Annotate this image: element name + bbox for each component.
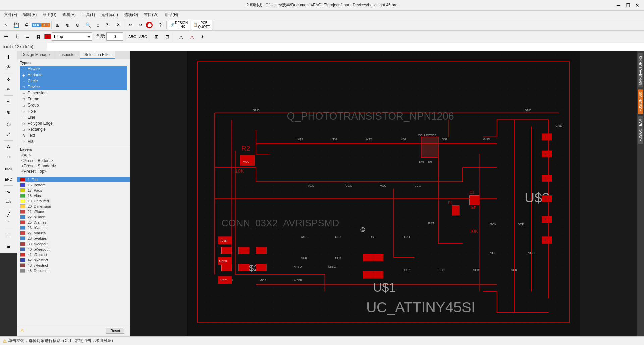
type-attribute[interactable]: ◆ Attribute <box>20 72 127 78</box>
arc-strip-btn[interactable]: ⌒ <box>4 219 13 229</box>
pcb-canvas[interactable]: U$2 CONN_03X2_AVRISPSMD GND R2 10K VCC U… <box>130 51 637 336</box>
move-tool[interactable]: ✛ <box>1 32 11 41</box>
shape-tool[interactable]: △ <box>187 32 197 41</box>
undo-btn[interactable]: ↩ <box>126 20 135 30</box>
preset-top[interactable]: <Preset_Top> <box>20 169 127 174</box>
info-strip-btn[interactable]: ℹ <box>4 52 13 62</box>
layer-21-tplace[interactable]: 21 tPlace <box>17 209 130 214</box>
tab-selection-filter[interactable]: Selection Filter <box>80 51 115 59</box>
grid2-btn[interactable]: ⊡ <box>163 32 172 41</box>
zoom-out[interactable]: ⊖ <box>73 20 83 30</box>
layer-40-bkeepout[interactable]: 40 bKeepout <box>17 247 130 252</box>
layer-27-tvalues[interactable]: 27 tValues <box>17 230 130 236</box>
text-strip-btn[interactable]: A <box>4 142 13 151</box>
type-circle[interactable]: ○ Circle <box>20 78 127 84</box>
restore-button[interactable]: ❐ <box>624 1 632 9</box>
menu-library[interactable]: 元件库(L) <box>98 11 121 18</box>
pcb-quote-btn[interactable]: 📋 PCBQUOTE <box>191 20 212 30</box>
line2-strip-btn[interactable]: ╱ <box>4 209 13 219</box>
design-link-btn[interactable]: 🔗 DESIGNLINK <box>168 20 190 30</box>
layer-28-bvalues[interactable]: 28 bValues <box>17 236 130 241</box>
cross-tool[interactable]: ✶ <box>198 32 207 41</box>
layers-tool[interactable]: ▦ <box>34 32 43 41</box>
layer-39-tkeepout[interactable]: 39 tKeepout <box>17 241 130 247</box>
type-rectangle[interactable]: □ Rectangle <box>20 126 127 132</box>
print-btn[interactable]: 🖨 <box>21 20 31 30</box>
layer-18-vias[interactable]: 18 Vias <box>17 193 130 198</box>
menu-draw[interactable]: 绘图(D) <box>40 11 59 18</box>
drc-strip-btn[interactable]: DRC <box>4 164 13 174</box>
command-input[interactable] <box>47 43 644 51</box>
erc-strip-btn[interactable]: ERC <box>4 175 13 184</box>
line-strip-btn[interactable]: ⟋ <box>4 130 13 139</box>
tab-inspector[interactable]: Inspector <box>55 51 80 59</box>
mirror-text-btn[interactable]: ABC <box>138 32 148 41</box>
display-strip-btn[interactable]: 👁 <box>4 62 13 72</box>
menu-help[interactable]: 帮助(H) <box>162 11 181 18</box>
preset-bottom[interactable]: <Preset_Bottom> <box>20 158 127 163</box>
fusion360-tab[interactable]: FUSION 360 <box>638 89 643 114</box>
minimize-button[interactable]: ─ <box>614 1 623 9</box>
capacitor-strip-btn[interactable]: 10k <box>4 197 13 206</box>
type-device[interactable]: □ Device <box>20 84 127 90</box>
resistor-strip-btn[interactable]: R2 <box>4 187 13 196</box>
info-tool[interactable]: ℹ <box>12 32 21 41</box>
type-airwire[interactable]: ~ Airwire <box>20 66 127 72</box>
menu-tools[interactable]: 工具(T) <box>79 11 98 18</box>
fill-strip-btn[interactable]: ■ <box>4 242 13 251</box>
type-dimension[interactable]: ↔ Dimension <box>20 90 127 96</box>
reset-button[interactable]: Reset <box>106 328 124 334</box>
type-frame[interactable]: □ Frame <box>20 96 127 102</box>
type-polygon-edge[interactable]: ◇ Polygon Edge <box>20 120 127 126</box>
layer-48-document[interactable]: 48 Document <box>17 268 130 273</box>
layer-17-pads[interactable]: 17 Pads <box>17 188 130 193</box>
preset-standard[interactable]: <Preset_Standard> <box>20 163 127 169</box>
save-btn[interactable]: 💾 <box>11 20 21 30</box>
stop-btn[interactable]: ⬤ <box>146 22 153 28</box>
layer-dropdown[interactable]: 1 Top 16 Bottom 17 Pads <box>52 32 92 41</box>
close-button[interactable]: ✕ <box>633 1 641 9</box>
layer-26-bnames[interactable]: 26 bNames <box>17 225 130 230</box>
redo-btn[interactable]: ↪ <box>136 20 145 30</box>
type-text[interactable]: A Text <box>20 132 127 138</box>
mirror-x-btn[interactable]: ABC <box>127 32 137 41</box>
tab-design-manager[interactable]: Design Manager <box>17 51 55 59</box>
drc-btn[interactable]: ✕ <box>113 20 123 30</box>
menu-view[interactable]: 查看(V) <box>60 11 78 18</box>
fusion-team-tab[interactable]: FUSION TEAM <box>638 116 643 144</box>
angle-input[interactable] <box>106 32 123 41</box>
polygon-strip-btn[interactable]: ⬡ <box>4 120 13 129</box>
zoom-select[interactable]: ⌂ <box>93 20 103 30</box>
zoom-area[interactable]: 🔍 <box>83 20 93 30</box>
layer-16-bottom[interactable]: 16 Bottom <box>17 182 130 188</box>
layer-19-unrouted[interactable]: 19 Unrouted <box>17 198 130 204</box>
filter-tool[interactable]: ≡ <box>23 32 32 41</box>
help-btn[interactable]: ? <box>156 20 165 30</box>
layer-1-top[interactable]: 1 Top <box>17 177 130 182</box>
layer-22-bplace[interactable]: 22 bPlace <box>17 214 130 220</box>
layer-25-tnames[interactable]: 25 tNames <box>17 220 130 225</box>
type-via[interactable]: ○ Via <box>20 138 127 144</box>
layer-42-brestrict[interactable]: 42 bRestrict <box>17 257 130 263</box>
zoom-in[interactable]: ⊕ <box>63 20 72 30</box>
move-strip-btn[interactable]: ✛ <box>4 75 13 84</box>
rotate-btn[interactable]: ↻ <box>103 20 113 30</box>
manufacturing-tab[interactable]: MANUFACTURING <box>638 53 643 87</box>
type-group[interactable]: □ Group <box>20 102 127 108</box>
layer-41-trestrict[interactable]: 41 tRestrict <box>17 252 130 257</box>
pointer-tool[interactable]: ↖ <box>1 20 11 30</box>
menu-edit[interactable]: 编辑(E) <box>20 11 39 18</box>
menu-options[interactable]: 选项(O) <box>121 11 141 18</box>
preset-all[interactable]: <All> <box>20 153 127 158</box>
layer-20-dimension[interactable]: 20 Dimension <box>17 204 130 209</box>
circle-strip-btn[interactable]: ○ <box>4 152 13 161</box>
edit-strip-btn[interactable]: ✏ <box>4 85 13 94</box>
layer-43-vrestrict[interactable]: 43 vRestrict <box>17 263 130 268</box>
zoom-to-fit[interactable]: ⊞ <box>53 20 62 30</box>
type-line[interactable]: — Line <box>20 114 127 120</box>
menu-file[interactable]: 文件(F) <box>1 11 20 18</box>
route-strip-btn[interactable]: ⤳ <box>4 97 13 107</box>
type-hole[interactable]: ○ Hole <box>20 108 127 114</box>
rect-strip-btn[interactable]: □ <box>4 232 13 241</box>
triangle-tool[interactable]: △ <box>176 32 186 41</box>
